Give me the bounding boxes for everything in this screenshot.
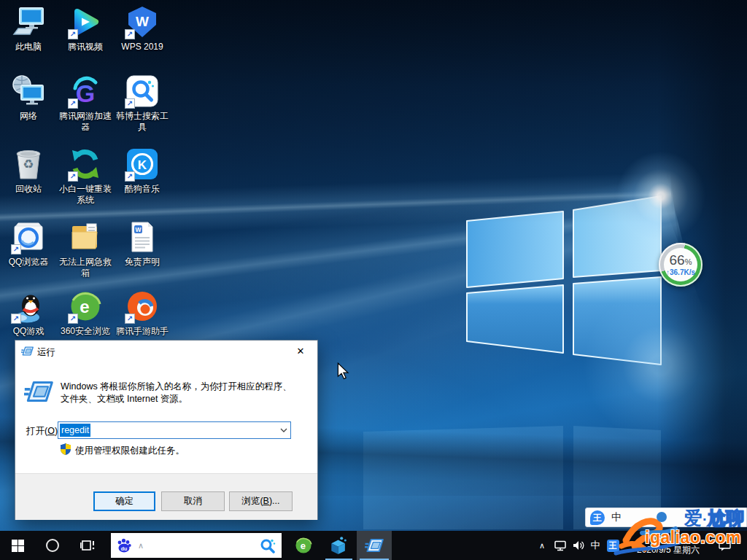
language-bar-ime-label[interactable]: 中	[611, 511, 622, 524]
upload-rate: 36.7K/s	[670, 268, 695, 276]
desktop-icon-tencent-mobile-assistant[interactable]: ↗ 腾讯手游助手	[114, 289, 171, 337]
network-icon	[554, 540, 567, 551]
xiaobai-reinstall-icon: ↗	[68, 147, 103, 182]
taskbar-run-dialog-button[interactable]	[357, 531, 392, 560]
desktop-icon-kugou-music[interactable]: K ↗ 酷狗音乐	[114, 147, 171, 195]
desktop-icon-qq-browser[interactable]: ↗ QQ浏览器	[0, 219, 57, 268]
tray-clock[interactable]: 13: 2020/9/5 星期六	[626, 534, 711, 556]
run-dialog: 运行 ✕ Windows 将根据你所输入的名称，为你打开相应的程序、 文件夹、文…	[15, 340, 318, 520]
cancel-button[interactable]: 取消	[161, 491, 225, 511]
speed-percent: 66	[670, 252, 685, 268]
search-chevron-icon[interactable]: ∧	[138, 541, 144, 551]
tray-ime-indicator[interactable]: 中	[587, 531, 603, 560]
desktop-icon-xiaobai-reinstall[interactable]: ↗ 小白一键重装系统	[57, 147, 114, 206]
svg-text:e: e	[301, 540, 306, 551]
desktop-icon-360-secure-browser[interactable]: e ↗ 360安全浏览	[57, 289, 114, 337]
cortana-circle-icon	[45, 538, 60, 553]
desktop-icon-label: 无法上网急救箱	[57, 257, 114, 279]
close-icon[interactable]: ✕	[284, 341, 317, 362]
svg-text:K: K	[138, 158, 147, 172]
desktop-icon-tencent-booster[interactable]: G ↗ 腾讯网游加速器	[57, 74, 114, 133]
run-dialog-titlebar[interactable]: 运行 ✕	[15, 341, 317, 362]
run-command-combobox[interactable]: regedit	[58, 421, 291, 439]
windows-logo-icon	[12, 540, 24, 552]
desktop-icon-label: 免责声明	[114, 257, 171, 268]
qq-game-icon: ↗	[11, 289, 46, 324]
desktop-icon-hanboshi-search[interactable]: ↗ 韩博士搜索工具	[114, 74, 171, 133]
network-icon	[11, 74, 46, 109]
desktop-icon-network[interactable]: 网络	[0, 74, 57, 122]
desktop-icon-label: QQ浏览器	[0, 257, 57, 268]
recycle-symbol: ♻	[11, 157, 46, 172]
desktop-icon-label: 腾讯网游加速器	[57, 111, 114, 133]
desktop-icon-label: 360安全浏览	[57, 326, 114, 337]
run-command-input[interactable]: regedit	[60, 424, 90, 437]
wang-ime-bubble-icon[interactable]: 王	[590, 510, 605, 525]
desktop-icon-label: QQ游戏	[0, 326, 57, 337]
chevron-down-icon	[280, 428, 287, 432]
kugou-music-icon: K ↗	[125, 147, 160, 182]
tray-volume-button[interactable]	[570, 531, 587, 560]
shortcut-arrow-icon: ↗	[125, 98, 135, 109]
mouse-cursor	[336, 362, 351, 380]
net-first-aid-icon	[68, 219, 103, 254]
desktop-icon-label: 腾讯视频	[57, 42, 114, 52]
browse-button[interactable]: 浏览(B)...	[229, 491, 293, 511]
qq-browser-icon: ↗	[11, 219, 46, 254]
tencent-mobile-assistant-icon: ↗	[125, 289, 160, 324]
ok-button[interactable]: 确定	[93, 491, 155, 511]
desktop-icon-recycle-bin[interactable]: ♻ 回收站	[0, 147, 57, 195]
desktop-icon-label: 回收站	[0, 184, 57, 195]
taskbar-360-browser-button[interactable]: e	[287, 531, 320, 560]
action-center-icon	[719, 540, 731, 551]
shortcut-arrow-icon: ↗	[68, 314, 78, 324]
desktop-icon-label: 小白一键重装系统	[57, 184, 114, 206]
tray-wang-ime-button[interactable]: 王	[604, 531, 622, 560]
language-bar[interactable]: 王 中	[585, 508, 747, 527]
search-tool-icon[interactable]	[260, 537, 276, 553]
uac-shield-icon	[61, 443, 71, 455]
admin-note: 使用管理权限创建此任务。	[75, 445, 185, 457]
task-view-button[interactable]	[70, 531, 105, 560]
desktop-icon-label: 网络	[0, 111, 57, 122]
svg-text:e: e	[80, 297, 89, 316]
desktop-icon-wps-2019[interactable]: W ↗ WPS 2019	[114, 4, 171, 52]
desktop-icon-net-first-aid[interactable]: 无法上网急救箱	[57, 219, 114, 279]
desktop-icon-label: 腾讯手游助手	[114, 326, 171, 337]
action-center-button[interactable]	[712, 531, 737, 560]
speed-ball-widget[interactable]: 66% ↑36.7K/s	[659, 243, 703, 287]
desktop-screen: 此电脑 ↗ 腾讯视频 W ↗ WPS 2019	[0, 0, 747, 560]
taskbar-search-box[interactable]: du ∧	[111, 533, 282, 558]
shortcut-arrow-icon: ↗	[125, 171, 135, 182]
tencent-video-icon: ↗	[68, 4, 103, 39]
blue-cube-icon	[330, 536, 348, 555]
shortcut-arrow-icon: ↗	[11, 244, 21, 254]
run-description-line1: Windows 将根据你所输入的名称，为你打开相应的程序、	[61, 381, 309, 393]
baidu-logo-icon: du	[116, 537, 132, 553]
cortana-button[interactable]	[35, 531, 70, 560]
clock-date: 2020/9/5 星期六	[626, 545, 711, 556]
svg-text:du: du	[121, 546, 128, 551]
clock-time: 13:	[626, 534, 711, 545]
combobox-dropdown-button[interactable]	[276, 422, 290, 438]
run-icon	[21, 345, 34, 357]
tray-hidden-icons-chevron[interactable]: ∧	[533, 531, 551, 560]
dialog-title: 运行	[37, 346, 55, 359]
desktop-icon-label: 酷狗音乐	[114, 184, 171, 195]
this-pc-icon	[11, 4, 46, 39]
shortcut-arrow-icon: ↗	[125, 29, 135, 39]
dialog-footer: 确定 取消 浏览(B)...	[15, 473, 317, 520]
desktop-icon-tencent-video[interactable]: ↗ 腾讯视频	[57, 4, 114, 52]
desktop-icon-disclaimer-doc[interactable]: W 免责声明	[114, 219, 171, 268]
360-browser-icon: e ↗	[68, 289, 103, 324]
recycle-bin-icon: ♻	[11, 147, 46, 182]
desktop-icon-qq-game[interactable]: ↗ QQ游戏	[0, 289, 57, 337]
percent-sign: %	[685, 257, 692, 266]
taskbar-booster-cube-button[interactable]	[322, 531, 355, 560]
start-button[interactable]	[0, 531, 35, 560]
tray-network-button[interactable]	[551, 531, 570, 560]
desktop-icon-this-pc[interactable]: 此电脑	[0, 4, 57, 52]
shortcut-arrow-icon: ↗	[68, 98, 78, 109]
run-description-line2: 文件夹、文档或 Internet 资源。	[61, 393, 309, 405]
speed-ball-face: 66% ↑36.7K/s	[664, 248, 697, 281]
